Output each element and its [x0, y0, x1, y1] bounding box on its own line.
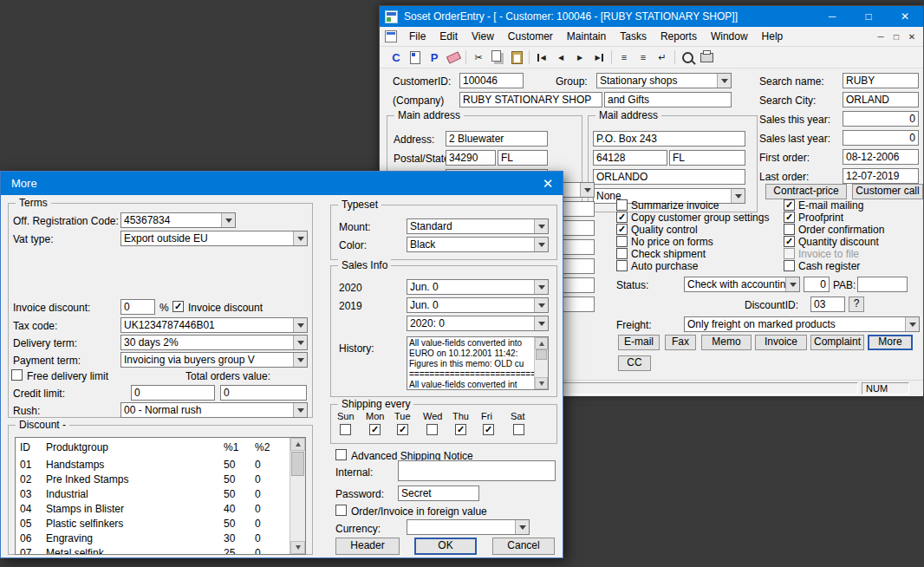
sales-extra-combobox[interactable]: 2020: 0	[407, 316, 549, 331]
history-scrollbar[interactable]	[534, 337, 548, 389]
summarize-invoice-checkbox[interactable]	[616, 199, 628, 211]
sales-last-year-field[interactable]: 0	[843, 130, 919, 146]
mail-state-field[interactable]: FL	[669, 150, 745, 166]
cash-register-label[interactable]: Cash register	[798, 260, 860, 272]
auto-purchase-label[interactable]: Auto purchase	[631, 260, 698, 272]
menu-window[interactable]: Window	[704, 27, 755, 46]
menu-tasks[interactable]: Tasks	[613, 27, 654, 46]
chevron-down-icon[interactable]	[293, 353, 307, 367]
group-combobox[interactable]: Stationary shops	[596, 73, 732, 88]
delivery-term-combobox[interactable]: 30 days 2%	[120, 335, 308, 350]
more-button[interactable]: More	[868, 335, 913, 350]
password-field[interactable]: Secret	[398, 486, 479, 501]
cc-button[interactable]: CC	[618, 355, 651, 371]
total-orders-value-field[interactable]: 0	[220, 385, 307, 401]
chevron-down-icon[interactable]	[785, 277, 799, 291]
order-confirmation-label[interactable]: Order confirmation	[798, 224, 884, 236]
invoice-to-file-checkbox[interactable]	[784, 248, 795, 259]
auto-purchase-checkbox[interactable]	[616, 260, 628, 271]
lookup-button[interactable]	[293, 318, 307, 332]
status-combobox[interactable]: Check with accountin	[684, 277, 800, 292]
day-mon-checkbox[interactable]: ✓	[369, 424, 381, 435]
scroll-down-icon[interactable]	[535, 377, 548, 389]
table-row[interactable]: 05 Plastic selfinkers 50 0	[20, 517, 286, 531]
internal-field[interactable]	[398, 460, 556, 481]
proofprint-label[interactable]: Proofprint	[798, 212, 843, 224]
copy-icon[interactable]	[488, 49, 507, 66]
list-icon[interactable]: ≡	[615, 49, 634, 66]
vat-type-combobox[interactable]: Export outside EU	[120, 231, 308, 246]
status-aux-field[interactable]: 0	[804, 277, 830, 292]
scroll-thumb[interactable]	[291, 452, 304, 476]
email-button[interactable]: E-mail	[618, 335, 660, 350]
copy-group-settings-label[interactable]: Copy customer group settings	[631, 212, 769, 224]
sales-2020-combobox[interactable]: Jun. 0	[407, 279, 549, 295]
history-textbox[interactable]: All value-fields converted into EURO on …	[407, 336, 549, 390]
cancel-button[interactable]: Cancel	[492, 538, 555, 555]
print-icon[interactable]	[697, 49, 716, 66]
table-scrollbar[interactable]	[290, 438, 305, 554]
dialog-title-bar[interactable]: More ✕	[1, 172, 563, 195]
chevron-down-icon[interactable]	[580, 183, 594, 197]
free-delivery-limit-checkbox[interactable]	[11, 369, 23, 381]
minimize-button[interactable]: ─	[814, 6, 850, 27]
menu-customer[interactable]: Customer	[501, 27, 560, 46]
tax-code-field[interactable]: UK1234787446B01	[120, 317, 308, 333]
discount-id-field[interactable]: 03	[810, 297, 845, 312]
table-row[interactable]: 02 Pre Inked Stamps 50 0	[20, 472, 286, 487]
company-field-2[interactable]: and Gifts	[604, 92, 732, 108]
invoice-discount-check-label[interactable]: Invoice discount	[188, 302, 263, 314]
menu-help[interactable]: Help	[755, 27, 791, 46]
order-confirmation-checkbox[interactable]	[784, 224, 795, 235]
copy-group-settings-checkbox[interactable]: ✓	[616, 212, 628, 223]
day-wed-checkbox[interactable]	[426, 424, 438, 435]
first-order-field[interactable]: 08-12-2006	[843, 149, 919, 165]
chevron-down-icon[interactable]	[534, 219, 548, 233]
chevron-down-icon[interactable]	[293, 403, 307, 417]
address-field[interactable]: 2 Bluewater	[446, 131, 548, 147]
freight-combobox[interactable]: Only freight on marked products	[684, 316, 920, 332]
pab-field[interactable]	[857, 277, 908, 292]
chevron-down-icon[interactable]	[515, 520, 529, 534]
contract-price-button[interactable]: Contract-price	[765, 184, 847, 199]
mdi-close-button[interactable]: ✕	[904, 29, 920, 44]
day-thu-checkbox[interactable]: ✓	[455, 424, 466, 435]
email-mailing-label[interactable]: E-mail mailing	[798, 199, 863, 212]
title-bar[interactable]: Soset OrderEntry - [ - Customer: 100046 …	[380, 6, 923, 27]
no-price-on-forms-label[interactable]: No price on forms	[631, 236, 713, 248]
invoice-discount-checkbox[interactable]: ✓	[172, 301, 184, 312]
chevron-down-icon[interactable]	[534, 280, 548, 294]
menu-file[interactable]: File	[402, 27, 433, 46]
child-window-icon[interactable]	[385, 30, 397, 42]
postal-field[interactable]: 34290	[446, 150, 496, 166]
price-icon[interactable]: P	[425, 49, 444, 66]
off-reg-code-field[interactable]: 45367834	[120, 212, 236, 228]
menu-maintain[interactable]: Maintain	[560, 27, 613, 46]
chevron-down-icon[interactable]	[905, 317, 919, 331]
next-record-icon[interactable]: ▶	[570, 49, 589, 66]
rush-combobox[interactable]: 00 - Normal rush	[120, 402, 308, 418]
customer-icon[interactable]: C	[387, 49, 406, 66]
chevron-down-icon[interactable]	[293, 336, 307, 349]
memo-button[interactable]: Memo	[701, 335, 752, 350]
foreign-value-label[interactable]: Order/Invoice in foreign value	[351, 505, 487, 518]
customer-call-button[interactable]: Customer call	[852, 184, 923, 199]
company-field[interactable]: RUBY STATIONARY SHOP	[459, 92, 602, 108]
table-row[interactable]: 06 Engraving 30 0	[20, 531, 286, 546]
prev-record-icon[interactable]: ◀	[551, 49, 570, 66]
free-delivery-limit-label[interactable]: Free delivery limit	[27, 370, 108, 382]
last-record-icon[interactable]: ▶	[589, 49, 608, 66]
foreign-value-checkbox[interactable]	[335, 505, 347, 516]
email-mailing-checkbox[interactable]: ✓	[784, 199, 795, 211]
chevron-down-icon[interactable]	[731, 189, 745, 203]
discount-id-help-button[interactable]: ?	[849, 297, 864, 312]
mail-postal-field[interactable]: 64128	[593, 150, 667, 166]
discount-table[interactable]: ID Produktgroup %1 %2 01 Handstamps 50 0…	[15, 437, 306, 555]
dialog-close-button[interactable]: ✕	[533, 172, 563, 195]
scroll-up-icon[interactable]	[290, 438, 305, 451]
table-row[interactable]: 03 Industrial 50 0	[20, 487, 286, 502]
day-fri-checkbox[interactable]: ✓	[483, 424, 494, 435]
page-icon[interactable]	[406, 49, 425, 66]
chevron-down-icon[interactable]	[534, 238, 548, 251]
maximize-button[interactable]: □	[850, 6, 887, 27]
